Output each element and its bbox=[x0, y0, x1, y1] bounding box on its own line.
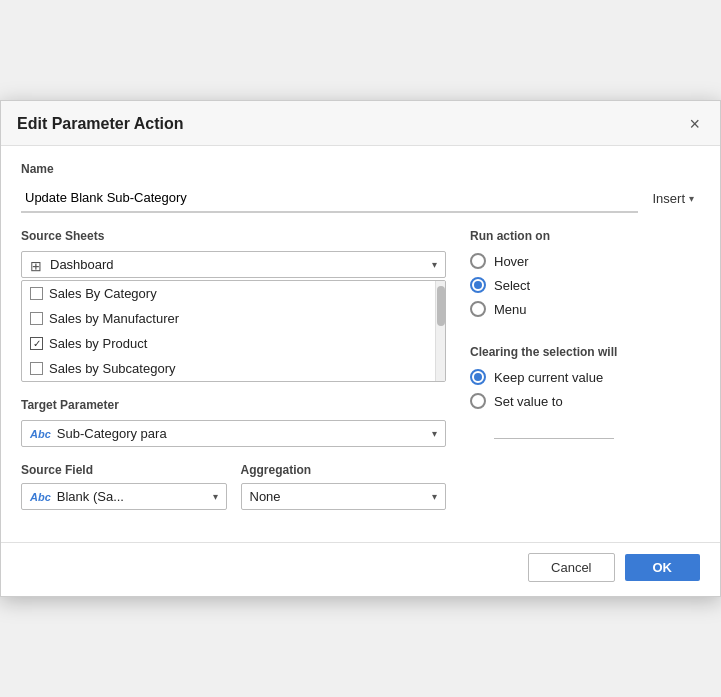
radio-circle bbox=[470, 253, 486, 269]
radio-circle bbox=[470, 301, 486, 317]
clearing-radio-item[interactable]: Keep current value bbox=[470, 369, 700, 385]
run-action-radio-item[interactable]: Hover bbox=[470, 253, 700, 269]
source-field-arrow-icon: ▾ bbox=[213, 491, 218, 502]
radio-label: Select bbox=[494, 278, 530, 293]
source-field-abc-icon: Abc bbox=[30, 491, 51, 503]
sheet-checkbox[interactable] bbox=[30, 362, 43, 375]
target-abc-icon: Abc bbox=[30, 428, 51, 440]
ok-button[interactable]: OK bbox=[625, 554, 701, 581]
name-row: Insert ▾ bbox=[21, 184, 700, 213]
name-input[interactable] bbox=[21, 184, 638, 213]
source-field-value: Blank (Sa... bbox=[57, 489, 213, 504]
cancel-button[interactable]: Cancel bbox=[528, 553, 614, 582]
set-value-input[interactable] bbox=[494, 417, 614, 439]
clearing-section: Clearing the selection will Keep current… bbox=[470, 345, 700, 439]
radio-label: Keep current value bbox=[494, 370, 603, 385]
target-parameter-section: Target Parameter Abc Sub-Category para ▾ bbox=[21, 398, 446, 447]
aggregation-label: Aggregation bbox=[241, 463, 447, 477]
run-action-radio-item[interactable]: Menu bbox=[470, 301, 700, 317]
scrollbar-thumb bbox=[437, 286, 445, 326]
name-label: Name bbox=[21, 162, 700, 176]
target-parameter-label: Target Parameter bbox=[21, 398, 446, 412]
source-sheets-section: Source Sheets Dashboard ▾ Sales By Categ… bbox=[21, 229, 446, 382]
dialog-body: Name Insert ▾ Source Sheets Dashboard ▾ bbox=[1, 146, 720, 542]
insert-label: Insert bbox=[652, 191, 685, 206]
dashboard-grid-icon bbox=[30, 258, 44, 272]
radio-circle bbox=[470, 369, 486, 385]
list-item[interactable]: Sales by Subcategory bbox=[22, 356, 445, 381]
dialog-title: Edit Parameter Action bbox=[17, 115, 184, 133]
main-panels: Source Sheets Dashboard ▾ Sales By Categ… bbox=[21, 229, 700, 526]
list-item[interactable]: Sales By Category bbox=[22, 281, 445, 306]
source-agg-row: Source Field Abc Blank (Sa... ▾ Aggregat… bbox=[21, 463, 446, 510]
radio-label: Set value to bbox=[494, 394, 563, 409]
source-field-label: Source Field bbox=[21, 463, 227, 477]
close-button[interactable]: × bbox=[685, 113, 704, 135]
aggregation-section: Aggregation None ▾ bbox=[241, 463, 447, 510]
target-parameter-dropdown[interactable]: Abc Sub-Category para ▾ bbox=[21, 420, 446, 447]
run-action-radio-item[interactable]: Select bbox=[470, 277, 700, 293]
aggregation-value: None bbox=[250, 489, 433, 504]
aggregation-dropdown[interactable]: None ▾ bbox=[241, 483, 447, 510]
clearing-label: Clearing the selection will bbox=[470, 345, 700, 359]
right-panel: Run action on HoverSelectMenu Clearing t… bbox=[470, 229, 700, 526]
sheet-checkbox[interactable] bbox=[30, 287, 43, 300]
dialog-footer: Cancel OK bbox=[1, 542, 720, 596]
target-parameter-arrow-icon: ▾ bbox=[432, 428, 437, 439]
sheet-name: Sales by Subcategory bbox=[49, 361, 175, 376]
insert-button[interactable]: Insert ▾ bbox=[646, 187, 700, 210]
radio-circle bbox=[470, 393, 486, 409]
aggregation-arrow-icon: ▾ bbox=[432, 491, 437, 502]
clearing-radio-group: Keep current valueSet value to bbox=[470, 369, 700, 409]
insert-arrow-icon: ▾ bbox=[689, 193, 694, 204]
radio-label: Menu bbox=[494, 302, 527, 317]
sheet-checkbox[interactable] bbox=[30, 337, 43, 350]
target-parameter-value: Sub-Category para bbox=[57, 426, 432, 441]
source-sheets-dropdown-value: Dashboard bbox=[50, 257, 432, 272]
sheets-list: Sales By CategorySales by ManufacturerSa… bbox=[21, 280, 446, 382]
run-action-radio-group: HoverSelectMenu bbox=[470, 253, 700, 317]
source-field-dropdown[interactable]: Abc Blank (Sa... ▾ bbox=[21, 483, 227, 510]
scrollbar-track[interactable] bbox=[435, 281, 445, 381]
source-sheets-label: Source Sheets bbox=[21, 229, 446, 243]
source-sheets-arrow-icon: ▾ bbox=[432, 259, 437, 270]
radio-label: Hover bbox=[494, 254, 529, 269]
source-sheets-dropdown[interactable]: Dashboard ▾ bbox=[21, 251, 446, 278]
source-field-section: Source Field Abc Blank (Sa... ▾ bbox=[21, 463, 227, 510]
list-item[interactable]: Sales by Manufacturer bbox=[22, 306, 445, 331]
run-action-section: Run action on HoverSelectMenu bbox=[470, 229, 700, 317]
sheets-list-inner: Sales By CategorySales by ManufacturerSa… bbox=[22, 281, 445, 381]
left-panel: Source Sheets Dashboard ▾ Sales By Categ… bbox=[21, 229, 446, 526]
edit-parameter-action-dialog: Edit Parameter Action × Name Insert ▾ So… bbox=[0, 100, 721, 597]
radio-circle bbox=[470, 277, 486, 293]
list-item[interactable]: Sales by Product bbox=[22, 331, 445, 356]
sheet-name: Sales By Category bbox=[49, 286, 157, 301]
sheet-name: Sales by Product bbox=[49, 336, 147, 351]
clearing-radio-item[interactable]: Set value to bbox=[470, 393, 700, 409]
dialog-header: Edit Parameter Action × bbox=[1, 101, 720, 146]
run-action-label: Run action on bbox=[470, 229, 700, 243]
sheet-name: Sales by Manufacturer bbox=[49, 311, 179, 326]
sheet-checkbox[interactable] bbox=[30, 312, 43, 325]
